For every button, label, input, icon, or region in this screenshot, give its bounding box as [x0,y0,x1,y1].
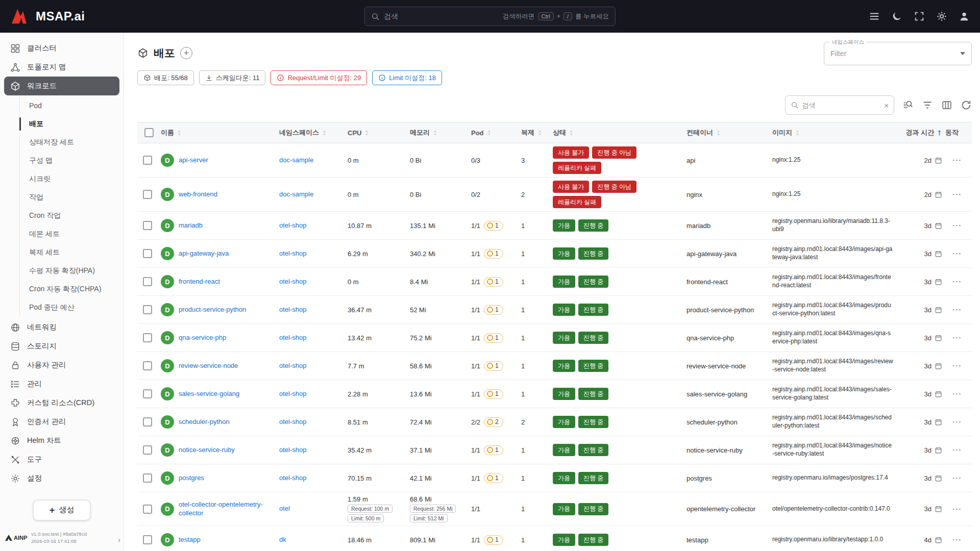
deployment-name-link[interactable]: api-server [179,156,208,165]
row-checkbox[interactable] [143,333,152,342]
clear-search-icon[interactable]: × [884,102,889,109]
namespace-link[interactable]: otel-shop [279,390,306,397]
row-actions-menu-icon[interactable]: ⋯ [952,506,962,512]
namespace-link[interactable]: otel-shop [279,446,306,454]
sidebar-subitem-cron-작업[interactable]: Cron 작업 [28,207,119,225]
row-actions-menu-icon[interactable]: ⋯ [952,279,962,284]
row-checkbox[interactable] [143,190,152,199]
namespace-link[interactable]: otel-shop [279,418,306,425]
row-actions-menu-icon[interactable]: ⋯ [952,447,962,453]
advanced-search-icon[interactable] [902,99,914,111]
global-search[interactable]: 검색하려면 Ctrl + / 를 누르세요 [364,7,616,26]
row-actions-menu-icon[interactable]: ⋯ [952,335,962,340]
deployment-name-link[interactable]: frontend-react [179,278,220,286]
sidebar-subitem-pod[interactable]: Pod [28,96,119,115]
sidebar-item-management[interactable]: 관리 [4,374,119,393]
table-search-input[interactable] [802,102,881,109]
row-checkbox[interactable] [143,535,152,544]
deployment-name-link[interactable]: testapp [179,536,201,544]
deployment-name-link[interactable]: web-frontend [179,190,217,199]
row-checkbox[interactable] [143,277,152,286]
sidebar-item-topology-map[interactable]: 토폴로지 맵 [4,58,119,77]
namespace-link[interactable]: doc-sample [279,190,313,198]
sidebar-subitem-시크릿[interactable]: 시크릿 [28,170,119,188]
columns-icon[interactable] [941,99,952,111]
settings-gear-icon[interactable] [936,11,947,22]
row-actions-menu-icon[interactable]: ⋯ [952,251,962,256]
column-header-replicas[interactable]: 복제 [521,128,553,137]
filter-icon[interactable] [922,99,933,111]
namespace-link[interactable]: otel-shop [279,474,306,482]
row-checkbox[interactable] [143,249,152,258]
sidebar-subitem-수평-자동-확장hpa[interactable]: 수평 자동 확장(HPA) [28,262,119,280]
namespace-link[interactable]: otel-shop [279,306,306,313]
sidebar-subitem-pod-중단-예산[interactable]: Pod 중단 예산 [28,298,119,317]
deployment-name-link[interactable]: qna-service-php [179,334,226,342]
summary-chip-스케일다운[interactable]: 스케일다운: 11 [199,70,266,85]
namespace-filter-select[interactable]: 네임스페이스 Filter [824,42,972,65]
column-header-cpu[interactable]: CPU [348,129,410,137]
deployment-name-link[interactable]: mariadb [179,221,203,230]
table-search[interactable]: × [785,95,894,115]
namespace-link[interactable]: otel-shop [279,249,306,257]
sidebar-subitem-작업[interactable]: 작업 [28,188,119,207]
row-actions-menu-icon[interactable]: ⋯ [952,537,962,542]
select-all-checkbox[interactable] [144,128,154,137]
deployment-name-link[interactable]: review-service-node [179,362,238,370]
deployment-name-link[interactable]: product-service-python [179,306,246,314]
namespace-link[interactable]: otel-shop [279,362,306,369]
column-header-memory[interactable]: 메모리 [410,128,471,137]
row-actions-menu-icon[interactable]: ⋯ [952,191,962,197]
row-checkbox[interactable] [143,156,152,165]
column-header-container[interactable]: 컨테이너 [687,128,772,137]
row-checkbox[interactable] [143,389,152,398]
sidebar-item-networking[interactable]: 네트워킹 [4,318,119,337]
refresh-icon[interactable] [961,99,972,111]
sidebar-subitem-구성-맵[interactable]: 구성 맵 [28,152,119,170]
deployment-name-link[interactable]: sales-service-golang [179,390,239,398]
summary-chip-requestlimit-미설정[interactable]: Request/Limit 미설정: 29 [271,70,367,85]
deployment-name-link[interactable]: scheduler-python [179,418,230,427]
row-actions-menu-icon[interactable]: ⋯ [952,307,962,312]
row-actions-menu-icon[interactable]: ⋯ [952,419,962,424]
summary-chip-배포[interactable]: 배포: 55/68 [137,70,194,85]
create-button[interactable]: + 생성 [33,500,90,520]
menu-icon[interactable] [869,11,880,22]
column-header-name[interactable]: 이름 [161,128,279,137]
dark-mode-icon[interactable] [891,11,902,22]
summary-chip-limit-미설정[interactable]: Limit 미설정: 18 [372,70,442,85]
user-avatar-icon[interactable] [959,11,970,22]
row-actions-menu-icon[interactable]: ⋯ [952,363,962,368]
column-header-namespace[interactable]: 네임스페이스 [279,128,348,137]
row-checkbox[interactable] [143,361,152,370]
row-actions-menu-icon[interactable]: ⋯ [952,157,962,163]
namespace-link[interactable]: otel-shop [279,221,306,229]
row-actions-menu-icon[interactable]: ⋯ [952,475,962,481]
row-checkbox[interactable] [143,473,152,483]
global-search-input[interactable] [384,12,499,20]
deployment-name-link[interactable]: otel-collector-opentelemetry-collector [179,500,276,518]
add-deployment-button[interactable]: + [180,47,192,59]
namespace-link[interactable]: otel-shop [279,278,306,285]
column-header-image[interactable]: 이미지 [772,128,898,137]
deployment-name-link[interactable]: notice-service-ruby [179,446,235,455]
sidebar-item-workloads[interactable]: 워크로드 [4,77,119,95]
row-checkbox[interactable] [143,505,152,514]
sidebar-item-certificate-management[interactable]: 인증서 관리 [4,412,119,431]
row-actions-menu-icon[interactable]: ⋯ [952,222,962,228]
deployment-name-link[interactable]: api-gateway-java [179,249,229,258]
sidebar-subitem-상태저장-세트[interactable]: 상태저장 세트 [28,133,119,152]
sidebar-subitem-복제-세트[interactable]: 복제 세트 [28,243,119,262]
row-checkbox[interactable] [143,445,152,455]
column-header-status[interactable]: 상태 [553,128,687,137]
sidebar-subitem-배포[interactable]: 배포 [28,115,119,133]
sidebar-item-settings[interactable]: 설정 [4,469,119,488]
row-checkbox[interactable] [143,305,152,314]
deployment-name-link[interactable]: postgres [179,474,204,483]
sidebar-subitem-cron-자동-확장chpa[interactable]: Cron 자동 확장(CHPA) [28,280,119,298]
row-actions-menu-icon[interactable]: ⋯ [952,391,962,396]
column-header-age[interactable]: 경과 시간 [898,128,945,137]
sidebar-item-helm-charts[interactable]: Helm 차트 [4,431,119,450]
sidebar-item-user-management[interactable]: 사용자 관리 [4,356,119,374]
brand-logo[interactable]: MSAP.ai [10,8,85,25]
